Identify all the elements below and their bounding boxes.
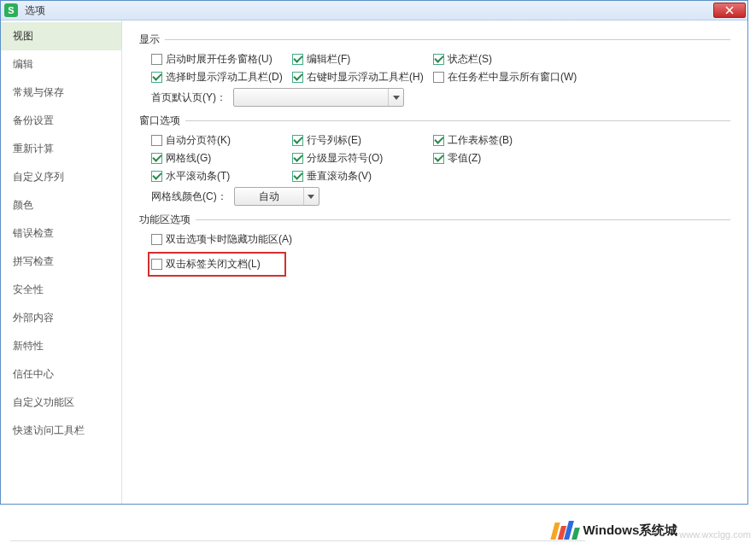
default-page-label: 首页默认页(Y)： xyxy=(151,90,226,105)
checkbox-row-col-header[interactable]: 行号列标(E) xyxy=(292,133,361,148)
default-page-select[interactable] xyxy=(233,88,404,107)
app-icon: S xyxy=(4,3,18,17)
titlebar: S 选项 xyxy=(1,1,747,20)
divider xyxy=(185,120,730,121)
sidebar-item-custom-ribbon[interactable]: 自定义功能区 xyxy=(1,388,121,417)
checkbox-gridlines[interactable]: 网格线(G) xyxy=(151,151,211,166)
checkbox-rightclick-float-toolbar[interactable]: 右键时显示浮动工具栏(H) xyxy=(292,70,424,85)
group-display: 显示 启动时展开任务窗格(U) 编辑栏(F) 状态栏(S) 选择时显示浮动工具栏… xyxy=(139,32,730,107)
sidebar-item-trust-center[interactable]: 信任中心 xyxy=(1,360,121,388)
sidebar-item-view[interactable]: 视图 xyxy=(1,22,121,50)
sidebar-item-backup[interactable]: 备份设置 xyxy=(1,107,121,135)
close-icon xyxy=(725,6,734,15)
sidebar-item-security[interactable]: 安全性 xyxy=(1,276,121,304)
checkbox-show-all-windows-taskbar[interactable]: 在任务栏中显示所有窗口(W) xyxy=(433,70,577,85)
sidebar-item-general-save[interactable]: 常规与保存 xyxy=(1,79,121,107)
checkbox-dblclick-hide-ribbon[interactable]: 双击选项卡时隐藏功能区(A) xyxy=(151,232,292,247)
checkbox-auto-pagebreak[interactable]: 自动分页符(K) xyxy=(151,133,231,148)
grid-color-label: 网格线颜色(C)： xyxy=(151,190,227,204)
watermark-text: Windows系统城 xyxy=(583,523,678,539)
sidebar-item-quick-access[interactable]: 快速访问工具栏 xyxy=(1,417,121,445)
grid-color-value: 自动 xyxy=(235,190,303,204)
watermark: Windows系统城 www.wxclgg.com xyxy=(553,521,751,540)
sidebar-item-color[interactable]: 颜色 xyxy=(1,191,121,219)
group-display-title: 显示 xyxy=(139,32,165,47)
sidebar-item-new-features[interactable]: 新特性 xyxy=(1,332,121,360)
grid-color-select[interactable]: 自动 xyxy=(234,187,319,206)
close-button[interactable] xyxy=(713,3,746,18)
sidebar-item-custom-list[interactable]: 自定义序列 xyxy=(1,163,121,191)
checkbox-status-bar[interactable]: 状态栏(S) xyxy=(433,52,492,67)
checkbox-startup-taskpane[interactable]: 启动时展开任务窗格(U) xyxy=(151,52,273,67)
checkbox-select-float-toolbar[interactable]: 选择时显示浮动工具栏(D) xyxy=(151,70,283,85)
sidebar: 视图 编辑 常规与保存 备份设置 重新计算 自定义序列 颜色 错误检查 拼写检查… xyxy=(1,20,122,504)
checkbox-sheet-tabs[interactable]: 工作表标签(B) xyxy=(433,133,513,148)
checkbox-dblclick-close-doc[interactable]: 双击标签关闭文档(L) xyxy=(151,257,261,272)
sidebar-item-error-check[interactable]: 错误检查 xyxy=(1,219,121,248)
watermark-url: www.wxclgg.com xyxy=(679,529,751,540)
sidebar-item-spellcheck[interactable]: 拼写检查 xyxy=(1,248,121,276)
checkbox-outline-symbols[interactable]: 分级显示符号(O) xyxy=(292,151,383,166)
divider xyxy=(165,39,730,40)
footer-divider xyxy=(10,540,585,542)
group-ribbon-options: 功能区选项 双击选项卡时隐藏功能区(A) 双击标签关闭文档(L) xyxy=(139,213,730,277)
group-window-title: 窗口选项 xyxy=(139,114,185,128)
dialog-body: 视图 编辑 常规与保存 备份设置 重新计算 自定义序列 颜色 错误检查 拼写检查… xyxy=(1,20,747,504)
content-panel: 显示 启动时展开任务窗格(U) 编辑栏(F) 状态栏(S) 选择时显示浮动工具栏… xyxy=(122,20,747,504)
group-window-options: 窗口选项 自动分页符(K) 行号列标(E) 工作表标签(B) 网格线(G) 分级… xyxy=(139,114,730,206)
group-ribbon-title: 功能区选项 xyxy=(139,213,196,227)
checkbox-h-scrollbar[interactable]: 水平滚动条(T) xyxy=(151,169,230,184)
divider xyxy=(196,219,730,220)
checkbox-edit-bar[interactable]: 编辑栏(F) xyxy=(292,52,350,67)
sidebar-item-external[interactable]: 外部内容 xyxy=(1,304,121,332)
sidebar-item-recalc[interactable]: 重新计算 xyxy=(1,135,121,163)
options-dialog: S 选项 视图 编辑 常规与保存 备份设置 重新计算 自定义序列 颜色 错误检查… xyxy=(0,0,748,505)
chevron-down-icon xyxy=(388,89,403,106)
checkbox-zero-values[interactable]: 零值(Z) xyxy=(433,151,481,166)
watermark-logo-icon xyxy=(553,521,578,540)
window-title: 选项 xyxy=(25,3,45,18)
highlight-annotation: 双击标签关闭文档(L) xyxy=(148,252,286,277)
sidebar-item-edit[interactable]: 编辑 xyxy=(1,50,121,79)
chevron-down-icon xyxy=(303,188,319,205)
checkbox-v-scrollbar[interactable]: 垂直滚动条(V) xyxy=(292,169,372,184)
